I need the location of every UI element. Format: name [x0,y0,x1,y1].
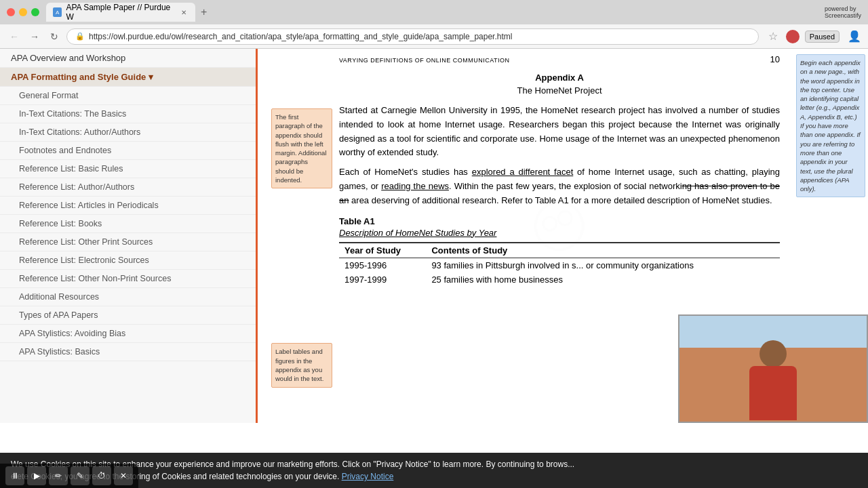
url-text: https://owl.purdue.edu/owl/research_and_… [89,32,512,41]
pause-button[interactable]: ⏸ [5,466,24,485]
year-cell-1: 1995-1996 [339,258,426,272]
sidebar-item-stylistics-basics[interactable]: APA Stylistics: Basics [0,343,256,361]
user-avatar-icon[interactable]: 👤 [848,30,861,43]
sidebar-item-reflist-nonprint[interactable]: Reference List: Other Non-Print Sources [0,270,256,288]
content-cell-1: 93 families in Pittsburgh involved in s.… [426,258,780,272]
stop-button[interactable]: ✕ [114,466,133,485]
sidebar-item-reflist-print[interactable]: Reference List: Other Print Sources [0,233,256,251]
url-bar[interactable]: 🔒 https://owl.purdue.edu/owl/research_an… [66,28,759,45]
sidebar: APA Overview and Workshop APA Formatting… [0,49,258,423]
sidebar-item-stylistics-bias[interactable]: APA Stylistics: Avoiding Bias [0,325,256,343]
new-tab-button[interactable]: + [195,3,212,21]
fullscreen-button[interactable] [31,8,39,16]
data-table: Year of Study Contents of Study 1995-199… [339,242,780,287]
table-header-year: Year of Study [339,243,426,258]
table-header-contents: Contents of Study [426,243,780,258]
content-cell-2: 25 families with home businesses [426,272,780,287]
privacy-notice-link[interactable]: Privacy Notice [342,472,394,481]
project-title: The HomeNet Project [339,85,780,96]
annotate-button[interactable]: ✎ [71,466,90,485]
paused-button[interactable]: Paused [805,30,840,43]
table-label: Table A1 [339,216,780,226]
content-area: The first paragraph of the appendix shou… [258,49,868,423]
sidebar-item-footnotes[interactable]: Footnotes and Endnotes [0,142,256,160]
underline-text-1: explored a different facet [472,167,574,177]
minimize-button[interactable] [19,8,27,16]
sidebar-item-reflist-books[interactable]: Reference List: Books [0,215,256,233]
extension-icon[interactable] [786,30,800,43]
right-annotation-appendix: Begin each appendix on a new page., with… [796,54,865,197]
tab-title: APA Sample Paper // Purdue W [66,3,175,22]
sidebar-item-additional-resources[interactable]: Additional Resources [0,288,256,306]
table-row: 1997-1999 25 families with home business… [339,272,780,287]
sidebar-item-general-format[interactable]: General Format [0,87,256,105]
traffic-lights [7,8,39,16]
table-description: Description of HomeNet Studies by Year [339,228,780,238]
address-bar: ← → ↻ 🔒 https://owl.purdue.edu/owl/resea… [0,24,868,49]
year-cell-2: 1997-1999 [339,272,426,287]
tab-bar: A APA Sample Paper // Purdue W ✕ + [46,3,212,22]
table-row: 1995-1996 93 families in Pittsburgh invo… [339,258,780,272]
main-layout: APA Overview and Workshop APA Formatting… [0,49,868,423]
bookmark-icon[interactable]: ☆ [768,30,778,43]
sidebar-item-apa-formatting[interactable]: APA Formatting and Style Guide ▾ [0,68,256,87]
screencast-controls: ⏸ ▶ ✏ ✎ ⏱ ✕ [0,464,138,488]
title-bar: A APA Sample Paper // Purdue W ✕ + power… [0,0,868,24]
back-button[interactable]: ← [7,30,22,43]
tab-favicon: A [53,7,62,17]
browser-chrome: A APA Sample Paper // Purdue W ✕ + power… [0,0,868,49]
play-button[interactable]: ▶ [27,466,46,485]
sidebar-item-reflist-author[interactable]: Reference List: Author/Authors [0,178,256,197]
left-annotation-paragraph: The first paragraph of the appendix shou… [271,108,332,188]
reload-button[interactable]: ↻ [47,30,61,43]
paragraph-1: Started at Carnegie Mellon University in… [339,104,780,160]
sidebar-item-intext-basics[interactable]: In-Text Citations: The Basics [0,105,256,123]
sidebar-item-reflist-articles[interactable]: Reference List: Articles in Periodicals [0,197,256,215]
browser-tab[interactable]: A APA Sample Paper // Purdue W ✕ [46,3,195,22]
timer-button[interactable]: ⏱ [92,466,111,485]
appendix-label: Appendix A [339,73,780,83]
doc-header: VARYING DEFINITIONS OF ONLINE COMMUNICAT… [339,49,780,64]
sidebar-item-intext-author[interactable]: In-Text Citations: Author/Authors [0,123,256,142]
screencastify-badge: powered byScreencastify [825,5,861,19]
paragraph-2: Each of HomeNet's studies has explored a… [339,165,780,207]
lock-icon: 🔒 [75,32,85,41]
sidebar-item-reflist-electronic[interactable]: Reference List: Electronic Sources [0,251,256,270]
sidebar-item-reflist-basic[interactable]: Reference List: Basic Rules [0,160,256,178]
forward-button[interactable]: → [27,30,42,43]
left-annotation-table: Label tables and figures in the appendix… [271,343,332,387]
underline-text-2: reading the news [381,181,449,191]
sidebar-item-apa-overview[interactable]: APA Overview and Workshop [0,49,256,68]
draw-button[interactable]: ✏ [49,466,68,485]
close-button[interactable] [7,8,15,16]
screencastify-label: powered byScreencastify [825,5,861,19]
running-title: VARYING DEFINITIONS OF ONLINE COMMUNICAT… [339,54,510,64]
page-number: 10 [770,54,780,64]
sidebar-item-types-apa[interactable]: Types of APA Papers [0,306,256,325]
video-person [679,316,867,422]
video-overlay [678,314,868,423]
tab-close-icon[interactable]: ✕ [180,7,189,17]
annotation-left: The first paragraph of the appendix shou… [258,49,332,423]
